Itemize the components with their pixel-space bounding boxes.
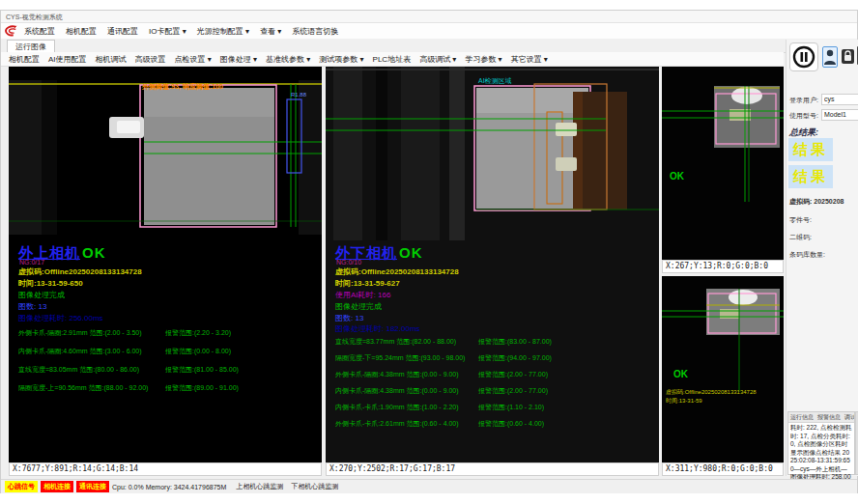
- login-user-label: 登录用户:: [789, 96, 818, 105]
- pause-icon: [790, 43, 817, 70]
- menu-bar: 系统配置 相机配置 通讯配置 IO卡配置 ▾ 光源控制配置 ▾ 查看 ▾ 系统语…: [1, 23, 857, 40]
- virtual-code-row: 虚拟码: 20250208: [789, 197, 844, 207]
- small-camera-view-1[interactable]: OK: [662, 67, 784, 260]
- tool-spotcheck-settings[interactable]: 点检设置 ▾: [175, 54, 212, 65]
- measurement-value: 外侧卡爪-隔圈:2.91mm 范围:(2.00 - 3.50): [18, 328, 142, 338]
- alarm-range: 报警范围:(2.20 - 3.20): [165, 328, 231, 338]
- measurement-value: 直线宽度=83.05mm 范围:(80.00 - 86.00): [18, 365, 139, 375]
- small-camera-view-2[interactable]: OK 虚拟码:Offline20250208133134728 时间:13-31…: [662, 276, 784, 462]
- ai-region-label: AI检测区域: [478, 76, 512, 86]
- menu-item-language-switch[interactable]: 系统语言切换: [292, 26, 338, 37]
- capture-time: 时间:13-31-59-650: [18, 278, 83, 289]
- alarm-range: 报警范围:(81.00 - 85.00): [165, 365, 239, 375]
- tool-test-params[interactable]: 测试项参数 ▾: [319, 54, 363, 65]
- virtual-barcode: 虚拟码:Offline20250208133134728: [335, 266, 459, 277]
- menu-item-system-config[interactable]: 系统配置: [24, 26, 55, 37]
- ng-counter: NG:0/10: [336, 259, 361, 266]
- tool-plc-address-table[interactable]: PLC地址表: [373, 54, 412, 65]
- tool-learning-params[interactable]: 学习参数 ▾: [465, 54, 501, 65]
- frame-count: 图数: 13: [18, 301, 46, 312]
- measurement-value: 内侧卡爪-隔圈:4.60mm 范围:(3.00 - 6.00): [18, 347, 142, 356]
- tool-camera-config[interactable]: 相机配置: [9, 54, 40, 65]
- capture-time: 时间:13-31-59-627: [335, 278, 400, 289]
- menu-item-io-config[interactable]: IO卡配置 ▾: [149, 26, 186, 37]
- alarm-range: 报警范围:(2.00 - 77.00): [478, 386, 548, 396]
- left-camera-image: [9, 67, 322, 462]
- left-coordinate-bar: X:7677;Y:891;R:14;G:14;B:14: [9, 462, 322, 476]
- comm-link-status-badge: 通讯连接: [76, 481, 109, 492]
- tab-run-image[interactable]: 运行图像: [7, 40, 55, 53]
- info-tabs: 运行信息 报警信息 调试信息: [788, 412, 854, 423]
- measurement-value: 隔圈宽度-下=95.24mm 范围:(93.00 - 98.00): [335, 353, 465, 363]
- measurement-value: 内侧卡爪-卡爪:1.90mm 范围:(1.00 - 2.20): [335, 403, 459, 412]
- left-camera-view[interactable]: 外侧阈值:93, 响应阈值:100 R1.88 外上相机OK NG:0/17 虚…: [9, 67, 322, 462]
- middle-coordinate-bar: X:270;Y:2502;R:17;G:17;B:17: [326, 462, 659, 476]
- small-camera-image-1: [662, 67, 784, 260]
- tool-other-settings[interactable]: 其它设置 ▾: [511, 54, 548, 65]
- process-time: 图像处理耗时: 182.00ms: [335, 323, 420, 334]
- window-titlebar: CYS-视觉检测系统: [1, 11, 857, 23]
- ng-counter: NG:0/17: [19, 259, 44, 266]
- virtual-barcode: 虚拟码:Offline20250208133134728: [18, 266, 142, 277]
- result-ok-badge: OK: [82, 244, 106, 261]
- info-tab-run[interactable]: 运行信息: [790, 413, 814, 422]
- measurement-value: 外侧卡爪-隔圈:4.38mm 范围:(0.00 - 9.00): [335, 370, 459, 379]
- info-tab-debug[interactable]: 调试信息: [844, 413, 854, 422]
- threshold-overlay-label: 外侧阈值:93, 响应阈值:100: [142, 82, 223, 92]
- tool-ai-usage-config[interactable]: AI使用配置: [48, 54, 87, 65]
- virtual-barcode: 虚拟码:Offline20250208133134728: [666, 388, 780, 397]
- tool-baseline-params[interactable]: 基准线参数 ▾: [266, 54, 310, 65]
- lower-camera-heartbeat-toggle[interactable]: 下相机心跳监测: [291, 482, 338, 491]
- main-window: CYS-视觉检测系统 系统配置 相机配置 通讯配置 IO卡配置 ▾ 光源控制配置…: [0, 10, 858, 493]
- camera-link-status-badge: 相机连接: [41, 481, 73, 492]
- result-indicator-1: 结果: [788, 138, 833, 161]
- info-log-panel: 运行信息 报警信息 调试信息 耗时: 222, 点检检测耗时: 17, 点检分类…: [787, 411, 855, 475]
- process-done-text: 图像处理完成: [335, 301, 382, 312]
- tool-advanced-debug[interactable]: 高级调试 ▾: [419, 54, 456, 65]
- roi-overlay-label: R1.88: [291, 92, 306, 98]
- virtual-code-label: 虚拟码:: [789, 198, 812, 205]
- process-done-text: 图像处理完成: [18, 290, 65, 300]
- toolbar: 相机配置 AI使用配置 相机调试 高级设置 点检设置 ▾ 图像处理 ▾ 基准线参…: [1, 52, 784, 67]
- app-logo-icon: [5, 25, 18, 37]
- user-login-button[interactable]: [822, 46, 838, 68]
- pause-button[interactable]: [789, 42, 818, 71]
- process-time: 图像处理耗时: 256.00ms: [18, 313, 103, 323]
- measurement-value: 内侧卡爪-隔圈:4.38mm 范围:(0.00 - 9.00): [335, 386, 459, 396]
- small1-coordinate-bar: X:267;Y:13;R:0;G:0;B:0: [662, 260, 784, 273]
- upper-camera-heartbeat-toggle[interactable]: 上相机心跳监测: [236, 482, 283, 491]
- result-indicator-2: 结果: [788, 165, 833, 188]
- small2-coordinate-bar: X:311;Y:980;R:0;G:0;B:0: [662, 462, 784, 476]
- window-title: CYS-视觉检测系统: [6, 14, 63, 20]
- alarm-range: 报警范围:(83.00 - 87.00): [478, 337, 552, 347]
- alarm-range: 报警范围:(89.00 - 91.00): [165, 383, 239, 393]
- user-icon: [823, 47, 837, 67]
- tool-camera-debug[interactable]: 相机调试: [96, 54, 127, 65]
- frame-count: 图数: 13: [335, 313, 363, 323]
- tool-advanced-settings[interactable]: 高级设置: [135, 54, 166, 65]
- barcode-stock-label: 条码库数量:: [789, 250, 825, 260]
- menu-item-view[interactable]: 查看 ▾: [260, 26, 281, 37]
- alarm-range: 报警范围:(94.00 - 97.00): [478, 353, 552, 363]
- virtual-code-value: 20250208: [814, 198, 844, 205]
- part-number-label: 零件号:: [789, 215, 812, 225]
- alarm-range: 报警范围:(1.10 - 2.10): [478, 403, 544, 412]
- measurement-value: 外侧卡爪-卡爪:2.61mm 范围:(0.60 - 4.00): [335, 419, 459, 429]
- tab-strip: 运行图像: [1, 39, 857, 53]
- alarm-range: 报警范围:(2.00 - 77.00): [478, 370, 548, 379]
- login-user-field[interactable]: [821, 94, 858, 105]
- lock-button[interactable]: [842, 49, 854, 64]
- right-sidebar: 登录用户: 使用型号: 总结果: 结果 结果 虚拟码: 20250208 零件号…: [786, 40, 858, 476]
- status-bar: 心跳信号 相机连接 通讯连接 Cpu: 0.0% Memory: 3424.41…: [1, 479, 857, 493]
- model-field[interactable]: [821, 109, 858, 121]
- menu-item-camera-config[interactable]: 相机配置: [66, 26, 97, 37]
- cpu-memory-readout: Cpu: 0.0% Memory: 3424.41796875M: [112, 484, 226, 490]
- info-tab-alarm[interactable]: 报警信息: [817, 413, 841, 422]
- menu-item-comm-config[interactable]: 通讯配置: [107, 26, 138, 37]
- tool-image-processing[interactable]: 图像处理 ▾: [220, 54, 257, 65]
- middle-camera-view[interactable]: AI检测区域 外下相机OK NG:0/10 虚拟码:Offline2025020…: [326, 67, 659, 462]
- alarm-range: 报警范围:(0.00 - 8.00): [165, 347, 231, 356]
- alarm-range: 报警范围:(0.60 - 4.00): [478, 419, 544, 429]
- menu-item-light-config[interactable]: 光源控制配置 ▾: [197, 26, 249, 37]
- ai-time: 使用AI耗时: 166: [335, 290, 390, 300]
